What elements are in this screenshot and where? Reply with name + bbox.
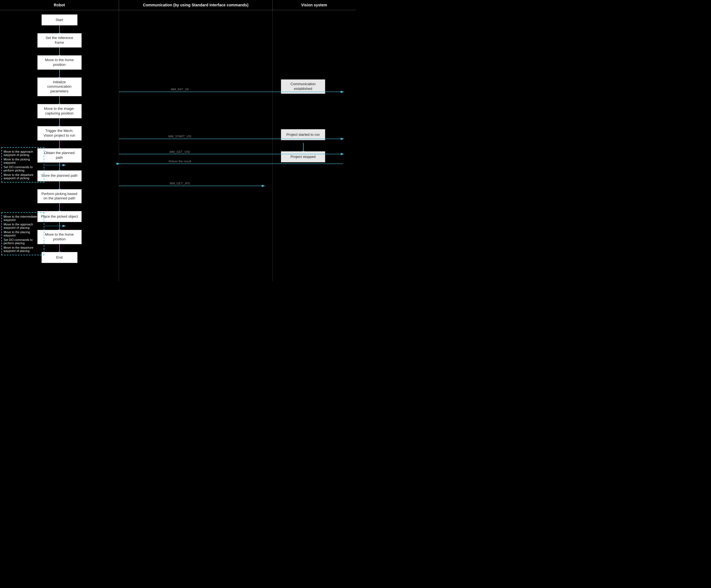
header-robot: Robot (0, 0, 119, 10)
header-row: Robot Communication (by using Standard I… (0, 0, 356, 10)
picking-step-2: Move to the picking waypoint (4, 157, 42, 165)
placing-step-5: Move to the departure waypoint of placin… (4, 245, 42, 253)
picking-step-1: Move to the approach waypoint of picking (4, 149, 42, 157)
project-stopped-box: Project stopped (281, 151, 325, 162)
arrow-2 (59, 48, 60, 55)
arrow-1 (59, 25, 60, 33)
arrow-6 (59, 140, 60, 148)
arrow-4 (59, 96, 60, 104)
picking-step-4: Move to the departure waypoint of pickin… (4, 173, 42, 180)
placing-step-3: Move to the placing waypoint (4, 230, 42, 238)
set-ref-box: Set the reference frame (37, 33, 82, 48)
picking-substeps-box: Move to the approach waypoint of picking… (1, 147, 44, 183)
arrow-10 (59, 222, 60, 230)
arrow-11 (59, 244, 60, 252)
placing-substeps-box: Move to the intermediate waypoint Move t… (1, 212, 44, 255)
comm-established-box: Communication established (281, 80, 325, 94)
end-box: End (42, 252, 78, 263)
vision-arrow-1 (303, 143, 304, 151)
start-box: Start (42, 15, 78, 25)
vision-column: Communication established Project starte… (273, 10, 356, 281)
comm-column (119, 10, 273, 281)
project-started-box: Project started to run (281, 129, 325, 140)
picking-step-3: Set DO commands to perform picking (4, 165, 42, 173)
arrow-8 (59, 181, 60, 189)
move-capture-box: Move to the image-capturing position (37, 104, 82, 118)
init-comm-box: Initialize communication parameters (37, 77, 82, 96)
arrow-9 (59, 203, 60, 211)
placing-step-1: Move to the intermediate waypoint (4, 214, 42, 222)
placing-step-2: Move to the approach waypoint of placing (4, 222, 42, 230)
trigger-box: Trigger the Mech-Vision project to run (37, 126, 82, 140)
arrow-5 (59, 118, 60, 126)
home1-box: Move to the home position (37, 55, 82, 70)
robot-column: Start Set the reference frame Move to th… (0, 10, 119, 281)
arrow-3 (59, 70, 60, 77)
placing-step-4: Set DO commands to perform placing (4, 238, 42, 245)
header-vision: Vision system (273, 0, 356, 10)
arrow-7 (59, 163, 60, 171)
header-comm: Communication (by using Standard Interfa… (119, 0, 273, 10)
perform-pick-box: Perform picking based on the planned pat… (37, 189, 82, 204)
diagram-container: Robot Communication (by using Standard I… (0, 0, 356, 281)
